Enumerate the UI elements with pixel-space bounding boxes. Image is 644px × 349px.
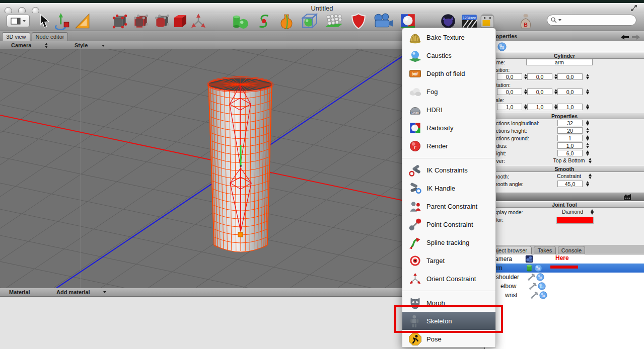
point-mode-icon[interactable] <box>111 13 129 30</box>
scale-y-field[interactable]: 1,0 <box>527 104 552 110</box>
polygon-mode-icon[interactable] <box>153 13 171 30</box>
tab-takes[interactable]: Takes <box>534 246 556 254</box>
radius-stepper[interactable] <box>586 142 590 149</box>
pose-icon <box>408 332 422 346</box>
menu-item-orient-constraint[interactable]: Orient Constraint <box>402 270 495 288</box>
particle-menu-icon[interactable] <box>323 13 345 30</box>
render-manager-icon[interactable] <box>478 13 496 30</box>
forward-arrow-icon[interactable] <box>631 33 640 39</box>
position-z-stepper[interactable] <box>586 73 590 80</box>
select-tool-icon[interactable] <box>37 13 51 30</box>
material-tag-icon[interactable]: m <box>536 273 544 281</box>
menu-item-parent-constraint[interactable]: Parent Constraint <box>402 197 495 215</box>
axis-mode-icon[interactable] <box>190 13 206 30</box>
edge-mode-icon[interactable] <box>132 13 150 30</box>
smooth-value[interactable]: Constraint <box>551 173 587 180</box>
sections-ground-stepper[interactable] <box>586 135 590 141</box>
annotation-underline-arm <box>550 266 578 269</box>
camera-stepper[interactable] <box>44 42 49 49</box>
material-tag-icon[interactable]: m <box>539 291 547 299</box>
camera-object-icon[interactable] <box>525 255 533 263</box>
smooth-stepper[interactable] <box>588 173 593 180</box>
menu-item-hdri[interactable]: HDRIHDRI <box>402 101 495 119</box>
radius-field[interactable]: 1,0 <box>557 142 583 149</box>
primitives-menu-icon[interactable] <box>229 13 250 30</box>
material-tag-icon[interactable]: m <box>534 264 542 272</box>
cover-stepper[interactable] <box>588 157 593 164</box>
svg-text:HDRI: HDRI <box>411 111 419 114</box>
menu-item-target[interactable]: Target <box>402 251 495 270</box>
search-field[interactable] <box>547 15 636 26</box>
menu-item-point-constraint[interactable]: Point Constraint <box>402 215 495 233</box>
modifier-menu-icon[interactable] <box>299 13 320 30</box>
snap-ruler-tool-icon[interactable] <box>74 13 91 30</box>
search-input[interactable] <box>562 16 630 24</box>
display-mode-stepper[interactable] <box>590 209 595 215</box>
camera-select[interactable]: Camera <box>11 42 31 48</box>
menu-item-spline-tracking[interactable]: Spline tracking <box>402 233 495 251</box>
height-field[interactable]: 6,0 <box>557 150 583 156</box>
sections-longitudinal-field[interactable]: 32 <box>557 120 583 126</box>
rotation-z-stepper[interactable] <box>586 89 590 95</box>
add-material-button[interactable]: Add material <box>56 289 90 295</box>
joint-object-icon[interactable] <box>530 291 538 299</box>
rotation-x-field[interactable]: 0,0 <box>497 89 522 95</box>
joint-color-swatch[interactable] <box>556 217 594 224</box>
cover-value[interactable]: Top & Bottom <box>551 157 587 164</box>
search-scope-chevron-icon <box>558 19 561 21</box>
menu-item-render[interactable]: rRender <box>402 137 495 155</box>
height-stepper[interactable] <box>586 150 590 156</box>
cylinder-object-icon[interactable] <box>525 264 533 272</box>
menu-item-radiosity[interactable]: Radiosity <box>402 119 495 137</box>
effects-tags-menu-icon[interactable] <box>399 13 417 30</box>
menu-item-label: Orient Constraint <box>426 275 476 283</box>
dynamics-menu-icon[interactable] <box>349 13 368 30</box>
toolbar-expand-icon[interactable] <box>630 5 637 12</box>
sections-height-stepper[interactable] <box>586 127 590 134</box>
smooth-angle-field[interactable]: 45,0 <box>557 181 583 187</box>
sections-height-field[interactable]: 20 <box>557 127 583 134</box>
splines-menu-icon[interactable] <box>255 13 273 30</box>
object-row-wrist[interactable]: wrist m <box>485 291 644 300</box>
menu-item-depth-of-field[interactable]: DOFDepth of field <box>402 64 495 82</box>
object-mode-icon[interactable] <box>172 13 189 30</box>
object-row-elbow[interactable]: elbow m <box>485 282 644 291</box>
camera-lights-menu-icon[interactable] <box>371 13 394 30</box>
rotation-y-field[interactable]: 0,0 <box>527 89 552 95</box>
joint-object-icon[interactable] <box>527 273 535 281</box>
menu-item-ik-handle[interactable]: IK Handle <box>402 179 495 197</box>
rotation-z-field[interactable]: 0,0 <box>557 89 583 95</box>
creator-menu-icon[interactable] <box>276 13 297 30</box>
weight-tool-icon[interactable]: B <box>517 13 535 30</box>
joint-object-icon[interactable] <box>529 282 537 290</box>
tab-console[interactable]: Console <box>558 246 585 254</box>
material-tag-icon[interactable]: m <box>538 282 546 290</box>
tab-3d-view[interactable]: 3D view <box>2 32 30 41</box>
tab-node-editor[interactable]: Node editor <box>32 32 68 41</box>
position-y-field[interactable]: 0,0 <box>527 73 552 80</box>
position-x-field[interactable]: 0,0 <box>497 73 522 80</box>
smooth-angle-stepper[interactable] <box>586 181 590 187</box>
scale-x-field[interactable]: 1,0 <box>497 104 522 110</box>
scale-z-field[interactable]: 1,0 <box>557 104 583 110</box>
menu-item-fog[interactable]: Fog <box>402 82 495 101</box>
sections-ground-field[interactable]: 1 <box>557 135 583 141</box>
display-mode-value[interactable]: Diamond <box>558 209 587 215</box>
transform-tool-icon[interactable] <box>53 13 71 30</box>
menu-item-caustics[interactable]: Caustics <box>402 46 495 64</box>
material-tag-icon[interactable]: m <box>497 42 507 51</box>
style-select[interactable]: Style <box>75 42 88 48</box>
menu-item-ik-constraints[interactable]: IK Constraints <box>402 161 495 179</box>
animation-clip-icon[interactable]: 1234sec <box>460 13 479 30</box>
position-z-field[interactable]: 0,0 <box>557 73 583 80</box>
sections-longitudinal-stepper[interactable] <box>586 120 590 126</box>
menu-item-bake-texture[interactable]: Bake Texture <box>402 28 495 46</box>
script-cheetah-icon[interactable] <box>439 13 458 30</box>
object-row-shoulder[interactable]: shoulder m <box>485 273 644 282</box>
tool-settings-icon[interactable] <box>623 194 631 201</box>
menu-item-label: IK Handle <box>426 185 455 192</box>
scale-z-stepper[interactable] <box>586 104 590 110</box>
name-field[interactable]: arm <box>526 59 593 65</box>
back-arrow-icon[interactable] <box>620 33 629 39</box>
view-layout-button[interactable] <box>7 15 30 27</box>
